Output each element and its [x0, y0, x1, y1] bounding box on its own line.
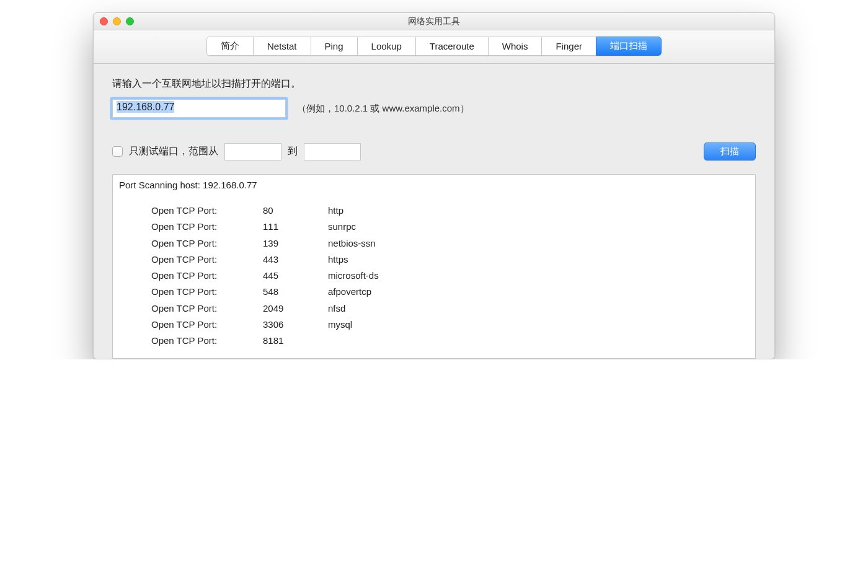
- app-window: 网络实用工具 简介 Netstat Ping Lookup Traceroute…: [93, 12, 775, 359]
- result-port: 2049: [263, 301, 328, 317]
- result-port: 3306: [263, 317, 328, 333]
- result-row: Open TCP Port:445microsoft-ds: [119, 268, 749, 284]
- range-label-to: 到: [288, 145, 298, 158]
- results-rows: Open TCP Port:80httpOpen TCP Port:111sun…: [119, 203, 749, 349]
- result-service: http: [328, 203, 749, 219]
- titlebar[interactable]: 网络实用工具: [94, 13, 774, 30]
- result-row: Open TCP Port:2049nfsd: [119, 301, 749, 317]
- tab-ping[interactable]: Ping: [311, 37, 357, 56]
- result-service: sunrpc: [328, 219, 749, 235]
- range-label-prefix: 只测试端口，范围从: [129, 145, 218, 158]
- tab-group: 简介 Netstat Ping Lookup Traceroute Whois …: [206, 37, 662, 56]
- tab-toolbar: 简介 Netstat Ping Lookup Traceroute Whois …: [94, 30, 774, 64]
- scan-button[interactable]: 扫描: [704, 143, 756, 160]
- tab-traceroute[interactable]: Traceroute: [415, 37, 488, 56]
- result-service: [328, 333, 749, 349]
- result-service: netbios-ssn: [328, 235, 749, 252]
- result-service: afpovertcp: [328, 284, 749, 300]
- result-label: Open TCP Port:: [151, 268, 263, 284]
- result-port: 80: [263, 203, 328, 219]
- maximize-icon[interactable]: [126, 17, 134, 25]
- result-row: Open TCP Port:139netbios-ssn: [119, 235, 749, 252]
- close-icon[interactable]: [100, 17, 108, 25]
- tab-port-scan[interactable]: 端口扫描: [596, 37, 662, 56]
- range-from-input[interactable]: [224, 143, 281, 160]
- result-label: Open TCP Port:: [151, 284, 263, 300]
- address-hint: （例如，10.0.2.1 或 www.example.com）: [297, 103, 469, 115]
- address-value: 192.168.0.77: [117, 101, 174, 113]
- result-port: 445: [263, 268, 328, 284]
- results-output[interactable]: Port Scanning host: 192.168.0.77 Open TC…: [112, 174, 756, 359]
- result-label: Open TCP Port:: [151, 333, 263, 349]
- result-service: mysql: [328, 317, 749, 333]
- result-row: Open TCP Port:8181: [119, 333, 749, 349]
- result-port: 139: [263, 235, 328, 252]
- window-title: 网络实用工具: [94, 16, 774, 27]
- result-row: Open TCP Port:443https: [119, 252, 749, 268]
- minimize-icon[interactable]: [113, 17, 121, 25]
- tab-netstat[interactable]: Netstat: [253, 37, 311, 56]
- result-row: Open TCP Port:548afpovertcp: [119, 284, 749, 300]
- tab-finger[interactable]: Finger: [541, 37, 596, 56]
- results-header: Port Scanning host: 192.168.0.77: [119, 180, 749, 190]
- address-input[interactable]: 192.168.0.77: [112, 99, 286, 118]
- result-service: https: [328, 252, 749, 268]
- prompt-label: 请输入一个互联网地址以扫描打开的端口。: [112, 77, 756, 90]
- result-label: Open TCP Port:: [151, 219, 263, 235]
- result-service: microsoft-ds: [328, 268, 749, 284]
- result-port: 443: [263, 252, 328, 268]
- result-row: Open TCP Port:111sunrpc: [119, 219, 749, 235]
- result-port: 548: [263, 284, 328, 300]
- result-label: Open TCP Port:: [151, 317, 263, 333]
- result-row: Open TCP Port:80http: [119, 203, 749, 219]
- tab-whois[interactable]: Whois: [488, 37, 542, 56]
- limit-ports-checkbox[interactable]: [112, 146, 123, 157]
- result-port: 8181: [263, 333, 328, 349]
- range-to-input[interactable]: [304, 143, 361, 160]
- result-service: nfsd: [328, 301, 749, 317]
- result-label: Open TCP Port:: [151, 203, 263, 219]
- tab-lookup[interactable]: Lookup: [357, 37, 415, 56]
- result-label: Open TCP Port:: [151, 235, 263, 252]
- result-port: 111: [263, 219, 328, 235]
- result-row: Open TCP Port:3306mysql: [119, 317, 749, 333]
- result-label: Open TCP Port:: [151, 252, 263, 268]
- content-pane: 请输入一个互联网地址以扫描打开的端口。 192.168.0.77 （例如，10.…: [94, 64, 774, 359]
- result-label: Open TCP Port:: [151, 301, 263, 317]
- tab-info[interactable]: 简介: [206, 37, 253, 56]
